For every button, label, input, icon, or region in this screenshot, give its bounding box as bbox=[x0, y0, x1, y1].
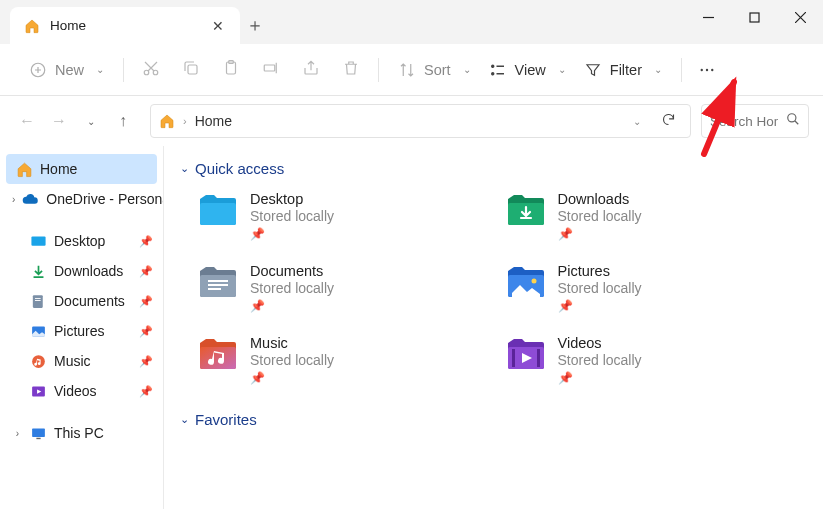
search-box[interactable] bbox=[701, 104, 809, 138]
svg-rect-27 bbox=[208, 280, 228, 282]
pin-icon: 📌 bbox=[558, 371, 642, 385]
toolbar: New⌄ Sort⌄ View⌄ Filter⌄ bbox=[0, 44, 823, 96]
refresh-button[interactable] bbox=[655, 112, 682, 131]
pin-icon: 📌 bbox=[250, 371, 334, 385]
chevron-right-icon[interactable]: › bbox=[12, 194, 15, 205]
maximize-button[interactable] bbox=[731, 0, 777, 34]
download-icon bbox=[30, 263, 47, 280]
svg-point-20 bbox=[32, 355, 45, 368]
folder-music-icon bbox=[198, 335, 238, 373]
folder-music[interactable]: MusicStored locally📌 bbox=[198, 335, 506, 385]
chevron-down-icon: ⌄ bbox=[463, 64, 471, 75]
documents-icon bbox=[30, 293, 47, 310]
svg-point-31 bbox=[531, 279, 536, 284]
folder-videos[interactable]: VideosStored locally📌 bbox=[506, 335, 814, 385]
tab-title: Home bbox=[50, 18, 86, 33]
svg-rect-16 bbox=[33, 295, 43, 308]
filter-button[interactable]: Filter⌄ bbox=[575, 56, 671, 84]
svg-rect-5 bbox=[188, 65, 197, 74]
svg-rect-8 bbox=[264, 65, 275, 71]
cut-button[interactable] bbox=[142, 59, 160, 81]
up-button[interactable]: ↑ bbox=[112, 110, 134, 132]
svg-point-10 bbox=[491, 72, 493, 74]
content-pane: ⌄ Quick access DesktopStored locally📌 Do… bbox=[164, 146, 823, 509]
recent-button[interactable]: ⌄ bbox=[80, 110, 102, 132]
add-tab-button[interactable]: ＋ bbox=[240, 7, 270, 43]
folder-downloads-icon bbox=[506, 191, 546, 229]
pin-icon: 📌 bbox=[139, 325, 153, 338]
copy-button[interactable] bbox=[182, 59, 200, 81]
sort-button[interactable]: Sort⌄ bbox=[389, 56, 480, 84]
view-button[interactable]: View⌄ bbox=[480, 56, 575, 84]
forward-button[interactable]: → bbox=[48, 110, 70, 132]
tab-home[interactable]: Home ✕ bbox=[10, 7, 240, 44]
folder-pictures[interactable]: PicturesStored locally📌 bbox=[506, 263, 814, 313]
rename-button[interactable] bbox=[262, 59, 280, 81]
sort-icon bbox=[398, 61, 416, 79]
pin-icon: 📌 bbox=[139, 385, 153, 398]
folder-downloads[interactable]: DownloadsStored locally📌 bbox=[506, 191, 814, 241]
new-button[interactable]: New⌄ bbox=[20, 56, 113, 84]
pin-icon: 📌 bbox=[558, 227, 642, 241]
videos-icon bbox=[30, 383, 47, 400]
chevron-down-icon: ⌄ bbox=[180, 413, 189, 426]
more-button[interactable] bbox=[692, 56, 722, 84]
section-favorites[interactable]: ⌄ Favorites bbox=[180, 411, 813, 428]
svg-rect-34 bbox=[512, 349, 515, 367]
sidebar-item-desktop[interactable]: Desktop 📌 bbox=[0, 226, 163, 256]
pin-icon: 📌 bbox=[139, 355, 153, 368]
folder-documents[interactable]: DocumentsStored locally📌 bbox=[198, 263, 506, 313]
svg-point-13 bbox=[711, 68, 713, 70]
svg-rect-18 bbox=[35, 300, 41, 301]
sidebar-item-music[interactable]: Music 📌 bbox=[0, 346, 163, 376]
search-icon bbox=[786, 112, 800, 130]
home-icon bbox=[24, 18, 40, 34]
svg-rect-28 bbox=[208, 284, 228, 286]
home-icon bbox=[16, 161, 33, 178]
chevron-down-icon: ⌄ bbox=[180, 162, 189, 175]
paste-button[interactable] bbox=[222, 59, 240, 81]
sidebar-item-onedrive[interactable]: › OneDrive - Personal bbox=[0, 184, 163, 214]
pin-icon: 📌 bbox=[250, 227, 334, 241]
sidebar-item-downloads[interactable]: Downloads 📌 bbox=[0, 256, 163, 286]
svg-rect-29 bbox=[208, 288, 221, 290]
ellipsis-icon bbox=[698, 61, 716, 79]
home-icon bbox=[159, 113, 175, 129]
nav-bar: ← → ⌄ ↑ › Home ⌄ bbox=[0, 96, 823, 146]
title-bar: Home ✕ ＋ bbox=[0, 0, 823, 44]
svg-rect-24 bbox=[200, 203, 236, 225]
close-window-button[interactable] bbox=[777, 0, 823, 34]
close-tab-button[interactable]: ✕ bbox=[206, 15, 230, 37]
sidebar-item-pictures[interactable]: Pictures 📌 bbox=[0, 316, 163, 346]
address-bar[interactable]: › Home ⌄ bbox=[150, 104, 691, 138]
back-button[interactable]: ← bbox=[16, 110, 38, 132]
music-icon bbox=[30, 353, 47, 370]
sidebar-item-thispc[interactable]: › This PC bbox=[0, 418, 163, 448]
chevron-down-icon: ⌄ bbox=[654, 64, 662, 75]
desktop-icon bbox=[30, 233, 47, 250]
chevron-right-icon[interactable]: › bbox=[12, 428, 23, 439]
folder-desktop[interactable]: DesktopStored locally📌 bbox=[198, 191, 506, 241]
plus-circle-icon bbox=[29, 61, 47, 79]
minimize-button[interactable] bbox=[685, 0, 731, 34]
delete-button[interactable] bbox=[342, 59, 360, 81]
address-dropdown[interactable]: ⌄ bbox=[633, 116, 641, 127]
sidebar-item-videos[interactable]: Videos 📌 bbox=[0, 376, 163, 406]
share-button[interactable] bbox=[302, 59, 320, 81]
pin-icon: 📌 bbox=[139, 265, 153, 278]
folder-videos-icon bbox=[506, 335, 546, 373]
folder-documents-icon bbox=[198, 263, 238, 301]
monitor-icon bbox=[30, 425, 47, 442]
svg-point-11 bbox=[701, 68, 703, 70]
svg-rect-1 bbox=[750, 13, 759, 22]
breadcrumb[interactable]: Home bbox=[195, 113, 625, 129]
chevron-down-icon: ⌄ bbox=[96, 64, 104, 75]
section-quick-access[interactable]: ⌄ Quick access bbox=[180, 160, 813, 177]
sidebar-item-documents[interactable]: Documents 📌 bbox=[0, 286, 163, 316]
pin-icon: 📌 bbox=[139, 235, 153, 248]
folder-pictures-icon bbox=[506, 263, 546, 301]
pin-icon: 📌 bbox=[558, 299, 642, 313]
search-input[interactable] bbox=[710, 114, 778, 129]
sidebar-item-home[interactable]: Home bbox=[6, 154, 157, 184]
svg-rect-15 bbox=[31, 236, 45, 245]
